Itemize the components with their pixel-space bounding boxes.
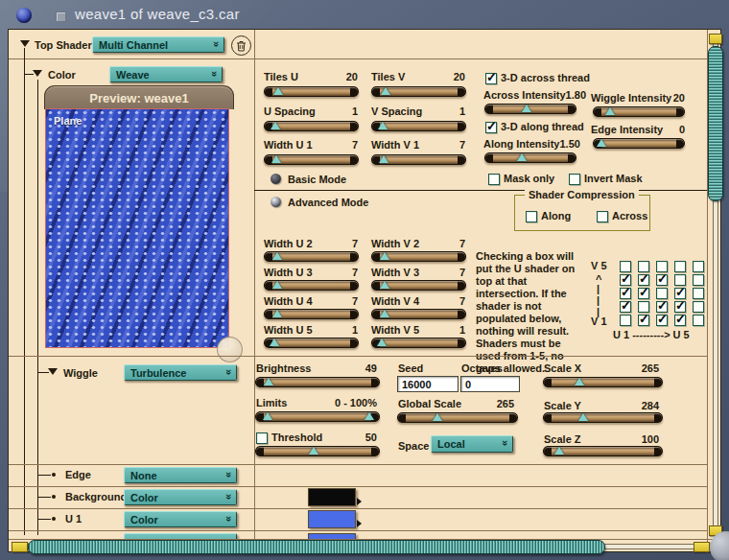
color-shader-dropdown[interactable]: Weave [109, 66, 223, 82]
window-titlebar[interactable]: weave1 of weave_c3.car [0, 0, 729, 29]
uv-grid-checkbox[interactable] [638, 315, 649, 326]
uv-grid-checkbox[interactable] [693, 301, 704, 313]
top-shader-collapse-triangle[interactable] [20, 40, 30, 47]
slider-thumb[interactable] [433, 413, 442, 421]
3d-across-thread-checkbox[interactable] [485, 73, 497, 84]
slider-thumb[interactable] [554, 447, 564, 455]
scale-z-slider[interactable] [543, 446, 663, 456]
u1-shader-dropdown[interactable]: Color [124, 511, 237, 527]
brightness-slider[interactable] [255, 377, 380, 387]
slider-thumb[interactable] [575, 378, 584, 385]
slider-thumb[interactable] [272, 310, 282, 317]
slider-thumb[interactable] [264, 378, 273, 385]
slider-thumb[interactable] [380, 310, 389, 317]
slider-thumb[interactable] [597, 139, 606, 147]
width-v3-slider[interactable] [371, 280, 466, 291]
advanced-mode-radio[interactable] [270, 197, 281, 207]
top-shader-dropdown[interactable]: Multi Channel [92, 36, 224, 53]
preview-titlebar[interactable]: Preview: weave1 [44, 85, 234, 109]
slider-thumb[interactable] [271, 155, 281, 163]
slider-thumb[interactable] [379, 155, 388, 163]
slider-thumb[interactable] [273, 87, 283, 95]
invert-mask-checkbox[interactable] [569, 174, 580, 185]
global-scale-slider[interactable] [397, 412, 518, 423]
width-u4-slider[interactable] [264, 309, 359, 319]
wiggle-collapse-triangle[interactable] [48, 368, 58, 375]
trash-button[interactable] [231, 35, 251, 56]
background-color-swatch[interactable] [308, 488, 356, 506]
preview-resize-knob[interactable] [217, 337, 243, 362]
basic-mode-radio[interactable] [270, 174, 281, 184]
wiggle-shader-dropdown[interactable]: Turbulence [124, 364, 237, 381]
vertical-scrollbar-thumb[interactable] [708, 46, 723, 201]
slider-thumb[interactable] [381, 87, 390, 95]
space-dropdown[interactable]: Local [431, 435, 513, 453]
width-v1-slider[interactable] [371, 154, 466, 165]
width-u5-slider[interactable] [264, 338, 359, 348]
width-u1-slider[interactable] [264, 154, 359, 165]
tiles-u-slider[interactable] [264, 86, 359, 97]
uv-grid-checkbox[interactable] [656, 274, 668, 286]
limits-range-slider[interactable] [255, 411, 380, 422]
slider-thumb[interactable] [270, 122, 280, 129]
background-shader-dropdown[interactable]: Color [124, 489, 237, 505]
compression-across-checkbox[interactable] [597, 211, 608, 222]
slider-thumb[interactable] [578, 413, 588, 421]
across-intensity-slider[interactable] [484, 104, 576, 114]
threshold-checkbox[interactable] [256, 432, 268, 444]
uv-grid-checkbox[interactable] [674, 315, 686, 326]
uv-grid-checkbox[interactable] [674, 261, 686, 272]
uv-grid-checkbox[interactable] [656, 315, 668, 326]
slider-thumb[interactable] [517, 153, 527, 161]
edge-intensity-slider[interactable] [593, 138, 685, 149]
scroll-left-button[interactable] [12, 542, 28, 552]
v-spacing-slider[interactable] [371, 121, 466, 131]
uv-grid-checkbox[interactable] [693, 274, 704, 286]
preview-canvas[interactable]: Plane [45, 108, 229, 348]
seed-label: Seed [398, 362, 423, 374]
slider-thumb[interactable] [309, 447, 318, 455]
compression-along-checkbox[interactable] [526, 211, 537, 222]
slider-thumb[interactable] [272, 281, 282, 289]
slider-thumb[interactable] [377, 338, 387, 346]
u-spacing-slider[interactable] [264, 121, 359, 131]
uv-grid-checkbox[interactable] [693, 288, 704, 299]
slider-thumb[interactable] [380, 252, 389, 260]
uv-grid-checkbox[interactable] [638, 288, 649, 299]
uv-grid-checkbox[interactable] [693, 315, 704, 326]
horizontal-scrollbar-thumb[interactable] [28, 540, 605, 554]
slider-thumb[interactable] [380, 281, 389, 289]
3d-along-thread-checkbox[interactable] [485, 122, 497, 133]
window-widget-icon[interactable] [56, 12, 66, 22]
color-collapse-triangle[interactable] [33, 70, 42, 77]
mask-only-checkbox[interactable] [488, 174, 500, 185]
slider-thumb-low[interactable] [263, 412, 272, 420]
slider-thumb[interactable] [378, 122, 388, 129]
slider-thumb-high[interactable] [364, 412, 374, 420]
edge-shader-dropdown[interactable]: None [124, 467, 237, 483]
scroll-up-button[interactable] [709, 34, 722, 44]
uv-grid-checkbox[interactable] [620, 315, 631, 326]
along-intensity-slider[interactable] [484, 152, 576, 163]
uv-grid-checkbox[interactable] [620, 301, 631, 313]
slider-thumb[interactable] [272, 252, 282, 260]
slider-thumb[interactable] [270, 338, 279, 346]
uv-grid-checkbox[interactable] [693, 261, 704, 272]
slider-thumb[interactable] [605, 107, 615, 115]
width-v5-slider[interactable] [371, 338, 466, 348]
u1-color-swatch[interactable] [308, 510, 356, 528]
octaves-input[interactable]: 0 [460, 376, 520, 392]
tiles-v-slider[interactable] [371, 86, 466, 97]
seed-input[interactable]: 16000 [397, 376, 459, 392]
scroll-right-button[interactable] [694, 542, 710, 552]
width-u2-slider[interactable] [264, 251, 359, 262]
scale-x-slider[interactable] [543, 377, 663, 387]
edge-shader-dropdown-value: None [130, 470, 157, 481]
wiggle-intensity-slider[interactable] [593, 106, 685, 117]
slider-thumb[interactable] [522, 105, 531, 112]
width-v2-slider[interactable] [371, 251, 466, 262]
threshold-slider[interactable] [255, 446, 380, 456]
width-v4-slider[interactable] [371, 309, 466, 319]
scale-y-slider[interactable] [543, 412, 663, 423]
width-u3-slider[interactable] [264, 280, 359, 291]
